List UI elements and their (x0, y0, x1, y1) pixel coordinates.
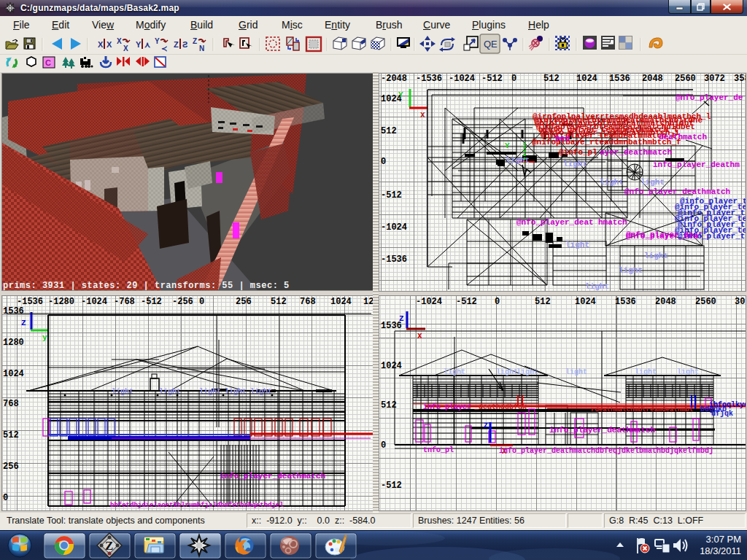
svg-text:QE: QE (484, 39, 498, 50)
svg-text:-1536: -1536 (17, 297, 43, 307)
svg-text:768: 768 (3, 399, 19, 409)
svg-text:Z: Z (193, 37, 197, 45)
svg-text:1024: 1024 (330, 297, 352, 307)
svg-text:bhfetdbjdielaoetkblrumbfjaldbm: bhfetdbjdielaoetkblrumbfjaldbmfethnbqeth… (110, 502, 284, 509)
svg-text:info_player_deathmatchdbfeqjdk: info_player_deathmatchdbfeqjdkelbmathbdj… (499, 447, 713, 455)
svg-text:1536: 1536 (609, 74, 630, 84)
svg-text:-512: -512 (481, 74, 503, 84)
svg-text:bed: bed (555, 134, 570, 143)
svg-text:1024: 1024 (575, 297, 596, 307)
svg-text:C: C (45, 58, 51, 67)
svg-text:-2048: -2048 (381, 74, 407, 84)
svg-text:0: 0 (381, 440, 386, 451)
svg-text:info_player_deathm: info_player_deathm (653, 160, 740, 169)
svg-text:512: 512 (543, 74, 560, 84)
svg-text:ihfoqlkyeqdbq: ihfoqlkyeqdbq (709, 401, 746, 409)
svg-text:light: light (565, 241, 589, 249)
svg-text:-1024: -1024 (381, 222, 407, 233)
svg-text:0: 0 (381, 157, 386, 167)
svg-text:@nfo_player_deat: @nfo_player_deat (516, 218, 594, 227)
svg-text:-1536: -1536 (416, 74, 442, 84)
svg-text:-1024: -1024 (449, 74, 475, 84)
svg-text:_deathddbfek: _deathddbfek (473, 403, 527, 411)
svg-text:≺: ≺ (161, 44, 167, 52)
svg-text:0: 0 (511, 74, 516, 84)
svg-text:hmatch: hmatch (598, 218, 627, 227)
svg-text:0: 0 (495, 297, 500, 307)
svg-text:N: N (199, 44, 204, 52)
svg-text:Ƨ: Ƨ (182, 40, 188, 49)
svg-text:1280: 1280 (3, 338, 24, 348)
svg-text:-512: -512 (381, 190, 402, 201)
svg-text:@nfo_player_de: @nfo_player_de (676, 93, 743, 102)
svg-text:1536: 1536 (3, 306, 24, 316)
svg-text:Z: Z (174, 40, 179, 49)
svg-text:@nifoplbaye_rteaddmnbathmbtch_: @nifoplbaye_rteaddmnbathmbtch_f (532, 138, 681, 147)
svg-text:light: light (199, 388, 221, 396)
svg-text:1024: 1024 (381, 361, 402, 371)
svg-text:info_player: info_player (423, 403, 471, 411)
svg-text:tnfo_pl: tnfo_pl (423, 446, 454, 454)
svg-text:128: 128 (363, 297, 373, 307)
svg-text:-256: -256 (172, 297, 193, 307)
svg-text:light: light (516, 368, 538, 376)
svg-text:-512: -512 (141, 297, 162, 307)
svg-text:-768: -768 (114, 297, 135, 307)
svg-text:light: light (506, 156, 530, 165)
svg-text:y: y (42, 333, 47, 342)
svg-text:X: X (123, 44, 128, 52)
svg-text:Y: Y (398, 90, 403, 99)
svg-text:light: light (159, 388, 181, 396)
svg-text:1536: 1536 (615, 297, 636, 307)
svg-text:512: 512 (381, 126, 397, 136)
svg-text:512: 512 (535, 297, 551, 307)
svg-text:light: light (250, 388, 272, 396)
svg-text:light: light (112, 388, 133, 396)
svg-text:X: X (417, 332, 422, 341)
svg-text:dfjqk: dfjqk (711, 410, 733, 418)
svg-text:256: 256 (3, 462, 19, 472)
svg-text:2048: 2048 (642, 74, 663, 84)
svg-text:3072: 3072 (704, 74, 725, 84)
svg-text:@nfo_player_deathmatch: @nfo_player_deathmatch (624, 187, 730, 196)
svg-text:light: light (496, 368, 518, 376)
svg-text:z: z (484, 421, 488, 429)
svg-text:light: light (640, 178, 665, 187)
svg-text:2048: 2048 (655, 297, 676, 307)
svg-text:0: 0 (199, 297, 204, 307)
svg-text:⋏: ⋏ (144, 40, 151, 49)
svg-text:light: light (619, 266, 643, 275)
svg-text:-1280: -1280 (48, 297, 74, 307)
svg-text:info_player_deathmatch: info_player_deathmatch (549, 426, 655, 435)
svg-text:2560: 2560 (695, 297, 716, 307)
svg-text:Z: Z (399, 314, 404, 323)
svg-text:256: 256 (236, 297, 252, 307)
svg-text:ayer_deathmatch: ayer_deathmatch (600, 148, 672, 157)
svg-text:X: X (420, 111, 425, 120)
svg-text:-512: -512 (456, 297, 477, 307)
svg-text:512: 512 (381, 400, 397, 411)
svg-text:light: light (565, 368, 587, 376)
svg-text:light: light (644, 252, 668, 260)
svg-text:Z: Z (105, 539, 113, 553)
svg-text:Y: Y (136, 40, 142, 49)
svg-text:1024: 1024 (576, 74, 597, 84)
svg-text:358: 358 (734, 74, 746, 84)
svg-text:rdeathmatchmbtreamdeatnmbt: rdeathmatchmbtreamdeatnmbt (591, 406, 693, 413)
svg-text:X: X (98, 40, 104, 49)
svg-text:light: light (444, 368, 465, 376)
svg-text:Y: Y (505, 141, 510, 150)
svg-text:info_player_deathmatch: info_player_deathmatch (220, 472, 325, 481)
svg-text:light: light (600, 178, 624, 187)
svg-text:512: 512 (3, 430, 19, 440)
svg-text:-1536: -1536 (381, 254, 407, 265)
svg-text:768: 768 (300, 297, 316, 307)
svg-text:X: X (117, 37, 122, 45)
svg-text:-1024: -1024 (81, 297, 107, 307)
svg-text:1024: 1024 (3, 369, 24, 379)
svg-text:light: light (563, 160, 587, 168)
svg-text:Z: Z (21, 319, 26, 327)
svg-text:prims: 3931 | states: 29 | tra: prims: 3931 | states: 29 | transforms: 5… (3, 281, 290, 290)
svg-text:-512: -512 (381, 481, 402, 491)
svg-text:Y: Y (155, 37, 160, 45)
